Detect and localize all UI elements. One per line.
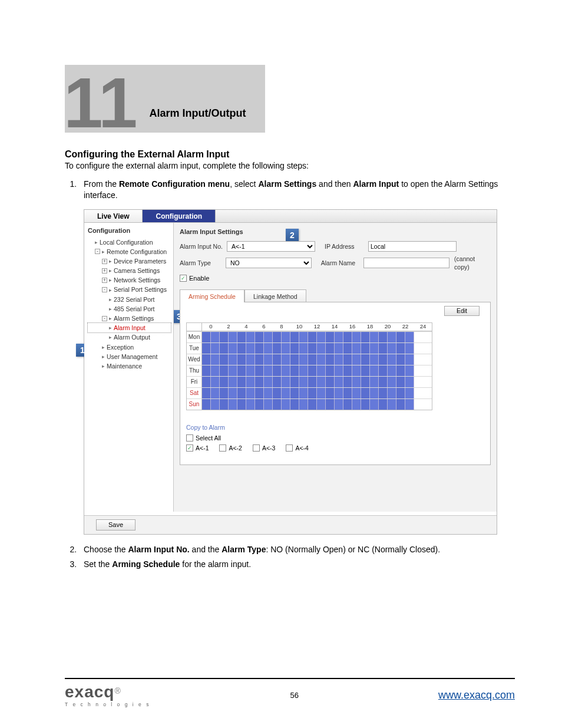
schedule-cell[interactable] [326,332,335,342]
schedule-cell[interactable] [290,399,299,410]
schedule-cell[interactable] [246,332,255,342]
schedule-row[interactable]: Thu [187,365,432,376]
schedule-cell[interactable] [282,354,290,365]
schedule-cell[interactable] [255,354,264,365]
schedule-cell[interactable] [370,354,379,365]
schedule-cell[interactable] [370,399,379,410]
schedule-cell[interactable] [220,332,229,342]
schedule-cell[interactable] [370,388,379,398]
schedule-cell[interactable] [405,377,414,387]
copy-a1-checkbox[interactable]: A<-1 [186,444,209,452]
sidebar-item-alarm-output[interactable]: ▸Alarm Output [88,332,171,342]
schedule-cell[interactable] [255,377,264,387]
alarm-name-field[interactable] [363,258,449,268]
schedule-cell[interactable] [308,365,317,376]
schedule-cell[interactable] [264,365,273,376]
schedule-cell[interactable] [326,365,335,376]
schedule-cell[interactable] [299,399,308,410]
schedule-cell[interactable] [237,343,246,354]
expand-icon[interactable]: - [95,249,100,254]
schedule-cell[interactable] [317,343,326,354]
footer-link[interactable]: www.exacq.com [438,689,515,701]
schedule-cell[interactable] [370,365,379,376]
schedule-cell[interactable] [273,365,282,376]
schedule-cell[interactable] [343,354,352,365]
schedule-cell[interactable] [343,365,352,376]
enable-checkbox[interactable] [180,275,187,282]
schedule-cell[interactable] [237,377,246,387]
sidebar-item-remote-configuration[interactable]: -▸Remote Configuration [88,247,171,256]
schedule-cell[interactable] [308,343,317,354]
schedule-cell[interactable] [352,388,361,398]
sidebar-item-maintenance[interactable]: ▸Maintenance [88,361,171,371]
sidebar-item-232-serial-port[interactable]: ▸232 Serial Port [88,295,171,304]
schedule-cell[interactable] [352,332,361,342]
schedule-cell[interactable] [317,365,326,376]
schedule-cell[interactable] [290,377,299,387]
schedule-cell[interactable] [237,365,246,376]
schedule-cell[interactable] [229,365,237,376]
schedule-cell[interactable] [352,343,361,354]
schedule-cell[interactable] [405,388,414,398]
schedule-cell[interactable] [264,399,273,410]
schedule-cell[interactable] [396,399,405,410]
schedule-cell[interactable] [237,354,246,365]
schedule-cell[interactable] [396,388,405,398]
schedule-cell[interactable] [229,354,237,365]
schedule-cell[interactable] [343,332,352,342]
sidebar-item-serial-port-settings[interactable]: -▸Serial Port Settings [88,285,171,294]
schedule-cell[interactable] [343,343,352,354]
sidebar-item-user-management[interactable]: ▸User Management [88,352,171,361]
schedule-cell[interactable] [326,388,335,398]
schedule-cell[interactable] [317,377,326,387]
schedule-cell[interactable] [299,332,308,342]
schedule-grid[interactable]: 024681012141618202224 MonTueWedThuFriSat… [186,322,432,410]
schedule-cell[interactable] [396,377,405,387]
sidebar-item-device-parameters[interactable]: +▸Device Parameters [88,256,171,266]
sidebar-item-network-settings[interactable]: +▸Network Settings [88,275,171,285]
schedule-cell[interactable] [396,365,405,376]
schedule-cell[interactable] [220,354,229,365]
schedule-cell[interactable] [202,332,211,342]
schedule-cell[interactable] [211,343,220,354]
sidebar-item-alarm-settings[interactable]: -▸Alarm Settings [88,314,171,323]
schedule-cell[interactable] [246,377,255,387]
schedule-cell[interactable] [308,332,317,342]
schedule-cell[interactable] [246,388,255,398]
schedule-cell[interactable] [282,343,290,354]
schedule-cell[interactable] [326,377,335,387]
sidebar-item-local-configuration[interactable]: ▸Local Configuration [88,238,171,247]
schedule-cell[interactable] [264,332,273,342]
schedule-cell[interactable] [282,388,290,398]
schedule-cell[interactable] [299,365,308,376]
schedule-cell[interactable] [255,365,264,376]
schedule-cell[interactable] [211,388,220,398]
schedule-cell[interactable] [273,388,282,398]
schedule-cell[interactable] [335,354,343,365]
schedule-cell[interactable] [237,388,246,398]
schedule-cell[interactable] [405,343,414,354]
schedule-cell[interactable] [317,354,326,365]
schedule-cell[interactable] [388,377,396,387]
schedule-cell[interactable] [299,354,308,365]
schedule-cell[interactable] [229,332,237,342]
copy-a3-checkbox[interactable]: A<-3 [253,444,275,452]
schedule-cell[interactable] [361,365,370,376]
schedule-cell[interactable] [396,332,405,342]
schedule-cell[interactable] [211,365,220,376]
schedule-cell[interactable] [255,332,264,342]
schedule-cell[interactable] [335,332,343,342]
schedule-cell[interactable] [290,388,299,398]
schedule-cell[interactable] [264,377,273,387]
schedule-cell[interactable] [290,332,299,342]
schedule-cell[interactable] [317,399,326,410]
schedule-cell[interactable] [202,399,211,410]
schedule-cell[interactable] [405,365,414,376]
edit-button[interactable]: Edit [444,306,480,316]
sidebar-item-485-serial-port[interactable]: ▸485 Serial Port [88,304,171,314]
schedule-cell[interactable] [370,343,379,354]
save-button[interactable]: Save [96,519,135,531]
schedule-cell[interactable] [220,399,229,410]
schedule-cell[interactable] [326,343,335,354]
schedule-cell[interactable] [352,377,361,387]
